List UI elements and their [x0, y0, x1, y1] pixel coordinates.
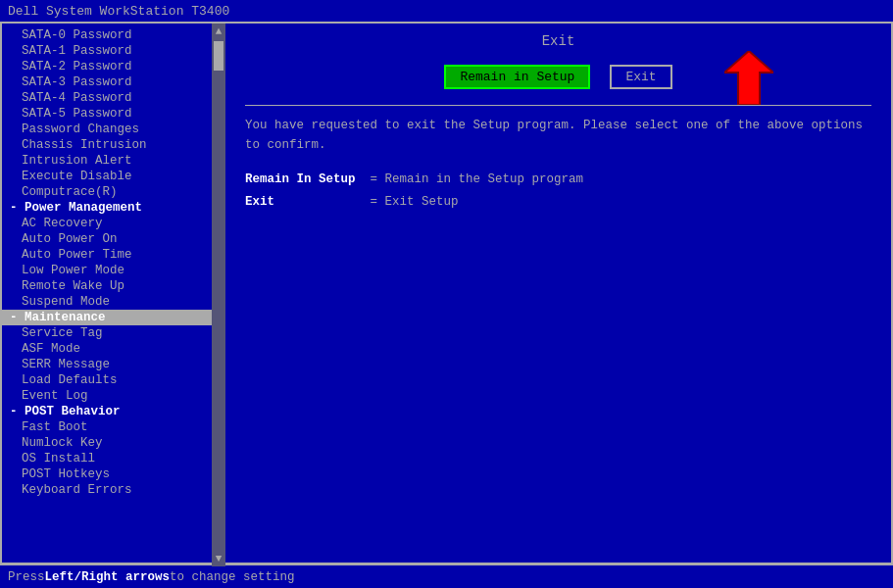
remain-in-setup-button[interactable]: Remain in Setup: [444, 65, 590, 89]
scroll-up-arrow[interactable]: ▲: [216, 25, 223, 37]
sidebar-item-low-power-mode[interactable]: Low Power Mode: [2, 263, 224, 278]
sidebar-wrapper: SATA-0 PasswordSATA-1 PasswordSATA-2 Pas…: [2, 24, 225, 566]
legend-value: = Remain in the Setup program: [363, 172, 583, 186]
sidebar-item-service-tag[interactable]: Service Tag: [2, 325, 224, 341]
sidebar-item-execute-disable[interactable]: Execute Disable: [2, 169, 224, 184]
sidebar: SATA-0 PasswordSATA-1 PasswordSATA-2 Pas…: [2, 24, 225, 502]
arrow-annotation: [724, 51, 773, 114]
sidebar-item-ac-recovery[interactable]: AC Recovery: [2, 216, 224, 231]
sidebar-item-sata3[interactable]: SATA-3 Password: [2, 74, 224, 90]
sidebar-item-sata4[interactable]: SATA-4 Password: [2, 90, 224, 106]
sidebar-item-auto-power-time[interactable]: Auto Power Time: [2, 247, 224, 263]
sidebar-item-post-behavior[interactable]: - POST Behavior: [2, 404, 224, 419]
sidebar-item-maintenance[interactable]: - Maintenance: [2, 310, 224, 325]
divider: [245, 105, 871, 106]
bios-container: SATA-0 PasswordSATA-1 PasswordSATA-2 Pas…: [0, 22, 893, 564]
sidebar-item-sata5[interactable]: SATA-5 Password: [2, 106, 224, 122]
sidebar-item-os-install[interactable]: OS Install: [2, 451, 224, 466]
sidebar-item-power-management[interactable]: - Power Management: [2, 200, 224, 216]
sidebar-item-remote-wake-up[interactable]: Remote Wake Up: [2, 278, 224, 294]
sidebar-item-password-changes[interactable]: Password Changes: [2, 122, 224, 137]
sidebar-item-suspend-mode[interactable]: Suspend Mode: [2, 294, 224, 310]
sidebar-item-intrusion-alert[interactable]: Intrusion Alert: [2, 153, 224, 169]
sidebar-item-asf-mode[interactable]: ASF Mode: [2, 341, 224, 357]
sidebar-item-serr-message[interactable]: SERR Message: [2, 357, 224, 372]
content-title: Exit: [245, 33, 871, 49]
sidebar-item-sata0[interactable]: SATA-0 Password: [2, 27, 224, 43]
button-row: Remain in Setup Exit: [245, 65, 871, 89]
legend-key: Remain In Setup: [245, 172, 363, 186]
status-prefix: Press: [8, 570, 45, 584]
exit-button[interactable]: Exit: [610, 65, 671, 89]
sidebar-item-load-defaults[interactable]: Load Defaults: [2, 372, 224, 388]
sidebar-item-computrace[interactable]: Computrace(R): [2, 184, 224, 200]
sidebar-item-auto-power-on[interactable]: Auto Power On: [2, 231, 224, 247]
sidebar-item-post-hotkeys[interactable]: POST Hotkeys: [2, 466, 224, 482]
content-panel: Exit Remain in Setup Exit You have reque…: [225, 24, 891, 563]
sidebar-item-event-log[interactable]: Event Log: [2, 388, 224, 404]
legend: Remain In Setup = Remain in the Setup pr…: [245, 169, 871, 213]
legend-row: Remain In Setup = Remain in the Setup pr…: [245, 169, 871, 191]
legend-row: Exit = Exit Setup: [245, 191, 871, 214]
sidebar-item-chassis-intrusion[interactable]: Chassis Intrusion: [2, 137, 224, 153]
sidebar-item-keyboard-errors[interactable]: Keyboard Errors: [2, 482, 224, 498]
sidebar-item-sata2[interactable]: SATA-2 Password: [2, 59, 224, 74]
description-text: You have requested to exit the Setup pro…: [245, 116, 871, 155]
status-bar: Press Left/Right arrows to change settin…: [0, 564, 893, 588]
scroll-thumb[interactable]: [214, 41, 223, 71]
status-suffix: to change setting: [170, 570, 295, 584]
title-bar: Dell System WorkStation T3400: [0, 0, 893, 22]
sidebar-item-sata1[interactable]: SATA-1 Password: [2, 43, 224, 59]
scroll-down-arrow[interactable]: ▼: [216, 553, 223, 564]
sidebar-item-numlock-key[interactable]: Numlock Key: [2, 435, 224, 451]
status-bold: Left/Right arrows: [45, 570, 171, 584]
scroll-indicator: ▲ ▼: [212, 24, 225, 566]
title-text: Dell System WorkStation T3400: [8, 4, 229, 19]
legend-key: Exit: [245, 195, 363, 209]
legend-value: = Exit Setup: [363, 195, 459, 209]
sidebar-item-fast-boot[interactable]: Fast Boot: [2, 419, 224, 435]
svg-marker-0: [724, 51, 773, 105]
